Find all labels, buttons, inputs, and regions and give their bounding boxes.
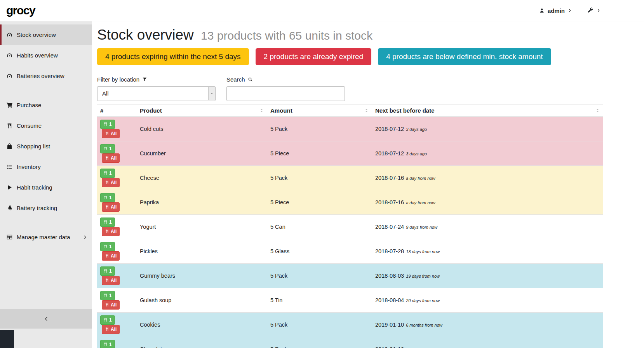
best-before-date: 2018-07-123 days ago [372, 117, 603, 141]
sidebar-item-label: Inventory [17, 164, 41, 170]
chevron-right-icon [568, 9, 572, 12]
product-amount: 5 Pack [267, 337, 372, 348]
column-header-label: Next best before date [375, 107, 435, 114]
sidebar-item-inventory[interactable]: Inventory [0, 157, 92, 177]
consume-one-button[interactable]: 1 [100, 144, 115, 153]
page-subtitle: 13 products with 65 units in stock [201, 29, 372, 42]
status-badge-1[interactable]: 2 products are already expired [256, 48, 372, 65]
sidebar-item-stock-overview[interactable]: Stock overview [0, 24, 92, 45]
utensils-icon [105, 229, 109, 233]
search-input[interactable] [226, 86, 345, 101]
consume-all-button[interactable]: All [102, 300, 120, 310]
sidebar-item-battery-tracking[interactable]: Battery tracking [0, 198, 92, 218]
product-amount: 5 Tin [267, 288, 372, 312]
consume-one-button[interactable]: 1 [100, 266, 115, 276]
consume-one-button[interactable]: 1 [100, 169, 115, 178]
page-title: Stock overview 13 products with 65 units… [97, 27, 644, 44]
location-select-value: All [102, 90, 109, 97]
best-before-relative: 3 days ago [406, 127, 427, 132]
consume-all-button[interactable]: All [102, 227, 120, 236]
consume-all-button[interactable]: All [102, 202, 120, 212]
column-header-amount[interactable]: Amount [267, 104, 372, 117]
chevron-right-icon [568, 9, 572, 12]
chevron-left-icon [44, 316, 49, 322]
tachometer-icon [6, 31, 13, 38]
utensils-icon [105, 254, 109, 258]
utensils-icon [105, 180, 109, 184]
utensils-icon [103, 122, 108, 126]
product-amount: 5 Piece [267, 190, 372, 214]
best-before-relative: 19 days from now [406, 274, 440, 278]
utensils-icon [103, 220, 108, 224]
consume-one-button[interactable]: 1 [100, 315, 115, 325]
utensils-icon [105, 278, 109, 282]
table-row: 1AllChocolate5 Pack2019-01-106 months fr… [97, 337, 603, 348]
sidebar-item-consume[interactable]: Consume [0, 115, 92, 136]
sidebar-item-habit-tracking[interactable]: Habit tracking [0, 177, 92, 198]
sidebar-item-label: Batteries overview [17, 73, 64, 79]
wrench-icon [587, 7, 594, 14]
utensils-icon [103, 171, 108, 175]
user-menu[interactable]: admin [539, 7, 572, 14]
consume-one-button[interactable]: 1 [100, 193, 115, 202]
filter-label-text: Filter by location [97, 76, 139, 83]
product-name: Pickles [137, 239, 267, 263]
sidebar: Stock overviewHabits overviewBatteries o… [0, 21, 92, 348]
search-label: Search [226, 76, 345, 83]
sidebar-item-label: Stock overview [17, 31, 56, 38]
chevron-right-icon [597, 9, 600, 12]
column-header-next-best-before-date[interactable]: Next best before date [372, 104, 603, 117]
consume-one-button[interactable]: 1 [100, 120, 115, 129]
sort-updown-icon [595, 108, 600, 113]
product-amount: 5 Glass [267, 239, 372, 263]
utensils-icon [105, 131, 109, 136]
location-select[interactable]: All [97, 86, 216, 101]
best-before-relative: 6 months from now [406, 323, 442, 327]
cart-icon [6, 102, 13, 108]
status-badge-0[interactable]: 4 products expiring within the next 5 da… [97, 48, 249, 65]
sidebar-item-shopping-list[interactable]: Shopping list [0, 136, 92, 157]
grocy-logo[interactable]: grocy [6, 4, 35, 17]
row-actions: 1All [97, 239, 137, 263]
filter-label: Filter by location [97, 76, 216, 83]
consume-all-button[interactable]: All [102, 276, 120, 285]
utensils-icon [105, 205, 109, 209]
column-header-label: # [100, 107, 103, 114]
product-name: Yogurt [137, 214, 267, 239]
best-before-relative: a day from now [406, 176, 435, 181]
column-header-label: Product [140, 107, 162, 114]
main-content: Stock overview 13 products with 65 units… [92, 21, 644, 348]
sidebar-item-batteries-overview[interactable]: Batteries overview [0, 66, 92, 86]
select-caret [208, 87, 215, 100]
page-title-text: Stock overview [97, 27, 194, 43]
column-header-product[interactable]: Product [137, 104, 267, 117]
search-label-text: Search [226, 76, 245, 83]
consume-all-button[interactable]: All [102, 325, 120, 334]
consume-one-button[interactable]: 1 [100, 340, 115, 348]
table-row: 1AllPaprika5 Piece2018-07-16a day from n… [97, 190, 603, 214]
utensils-icon [6, 122, 13, 129]
status-badges: 4 products expiring within the next 5 da… [97, 48, 644, 65]
collapse-sidebar-button[interactable] [0, 309, 92, 329]
sidebar-item-label: Habits overview [17, 52, 58, 59]
consume-all-button[interactable]: All [102, 129, 120, 138]
settings-menu[interactable] [587, 7, 600, 14]
status-badge-2[interactable]: 4 products are below defined min. stock … [378, 48, 551, 65]
consume-one-button[interactable]: 1 [100, 242, 115, 251]
sidebar-item-manage-master-data[interactable]: Manage master data [0, 227, 92, 247]
best-before-relative: 13 days from now [406, 249, 440, 254]
consume-one-button[interactable]: 1 [100, 291, 115, 300]
consume-all-button[interactable]: All [102, 153, 120, 163]
utensils-icon [103, 342, 108, 346]
table-row: 1AllPickles5 Glass2018-07-2813 days from… [97, 239, 603, 263]
sidebar-item-habits-overview[interactable]: Habits overview [0, 45, 92, 66]
sidebar-item-label: Shopping list [17, 143, 50, 150]
table-icon [6, 234, 13, 240]
consume-one-button[interactable]: 1 [100, 218, 115, 227]
sidebar-item-label: Purchase [17, 102, 41, 108]
person-icon [539, 8, 545, 13]
search-icon [248, 77, 253, 82]
sidebar-item-purchase[interactable]: Purchase [0, 95, 92, 115]
consume-all-button[interactable]: All [102, 251, 120, 261]
consume-all-button[interactable]: All [102, 178, 120, 187]
